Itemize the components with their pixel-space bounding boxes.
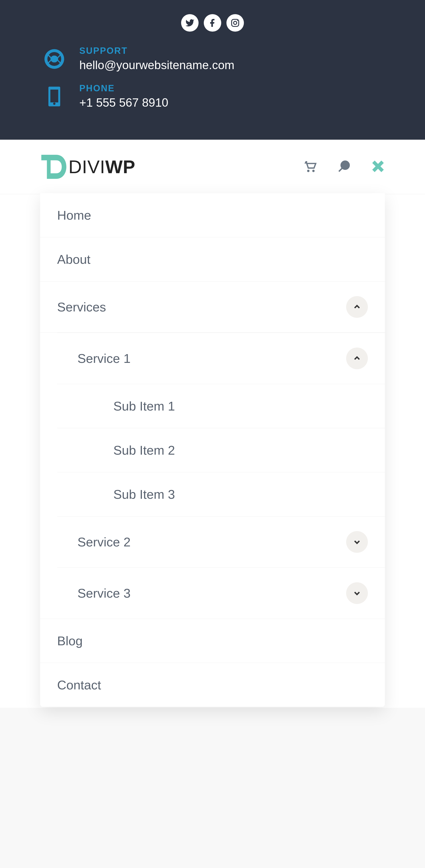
svg-line-6 (339, 168, 342, 172)
chevron-up-icon (353, 303, 361, 311)
menu-item-services[interactable]: Services (40, 281, 385, 333)
menu-item-service2[interactable]: Service 2 (40, 517, 385, 567)
svg-point-5 (341, 161, 349, 169)
svg-point-3 (307, 170, 309, 172)
menu-item-sub1[interactable]: Sub Item 1 (40, 384, 385, 428)
menu-item-sub2[interactable]: Sub Item 2 (40, 428, 385, 472)
svg-point-4 (313, 170, 314, 172)
chevron-up-icon (353, 354, 361, 362)
mobile-menu: Home About Services Service 1 Sub Item 1… (40, 193, 385, 707)
support-label: SUPPORT (79, 46, 234, 56)
menu-item-home[interactable]: Home (40, 193, 385, 237)
chevron-down-icon (353, 589, 361, 597)
toggle-service2[interactable] (346, 531, 368, 553)
toggle-services[interactable] (346, 296, 368, 318)
menu-item-contact[interactable]: Contact (40, 663, 385, 707)
cart-icon[interactable] (303, 159, 317, 174)
chevron-down-icon (353, 538, 361, 546)
svg-point-1 (233, 21, 236, 24)
menu-item-sub3[interactable]: Sub Item 3 (40, 472, 385, 516)
toggle-service1[interactable] (346, 347, 368, 369)
toggle-service3[interactable] (346, 582, 368, 604)
instagram-icon[interactable] (226, 14, 244, 32)
topbar: SUPPORT hello@yourwebsitename.com PHONE … (0, 0, 425, 140)
header: DIVIWP Home About Services Service 1 (0, 140, 425, 708)
menu-item-blog[interactable]: Blog (40, 619, 385, 663)
phone-block: PHONE +1 555 567 8910 (19, 83, 406, 110)
menu-item-service3[interactable]: Service 3 (40, 568, 385, 619)
search-icon[interactable] (337, 159, 351, 174)
support-icon (42, 47, 66, 71)
close-menu-icon[interactable] (371, 159, 385, 174)
support-block: SUPPORT hello@yourwebsitename.com (19, 46, 406, 72)
svg-point-2 (237, 20, 238, 21)
support-value[interactable]: hello@yourwebsitename.com (79, 58, 234, 72)
phone-label: PHONE (79, 83, 168, 93)
logo[interactable]: DIVIWP (40, 154, 135, 180)
logo-mark-icon (40, 154, 68, 180)
logo-text: DIVIWP (68, 156, 135, 178)
social-row (19, 14, 406, 32)
phone-value[interactable]: +1 555 567 8910 (79, 96, 168, 110)
phone-icon (42, 85, 66, 108)
twitter-icon[interactable] (181, 14, 199, 32)
facebook-icon[interactable] (204, 14, 221, 32)
menu-item-service1[interactable]: Service 1 (40, 333, 385, 384)
menu-item-about[interactable]: About (40, 237, 385, 281)
